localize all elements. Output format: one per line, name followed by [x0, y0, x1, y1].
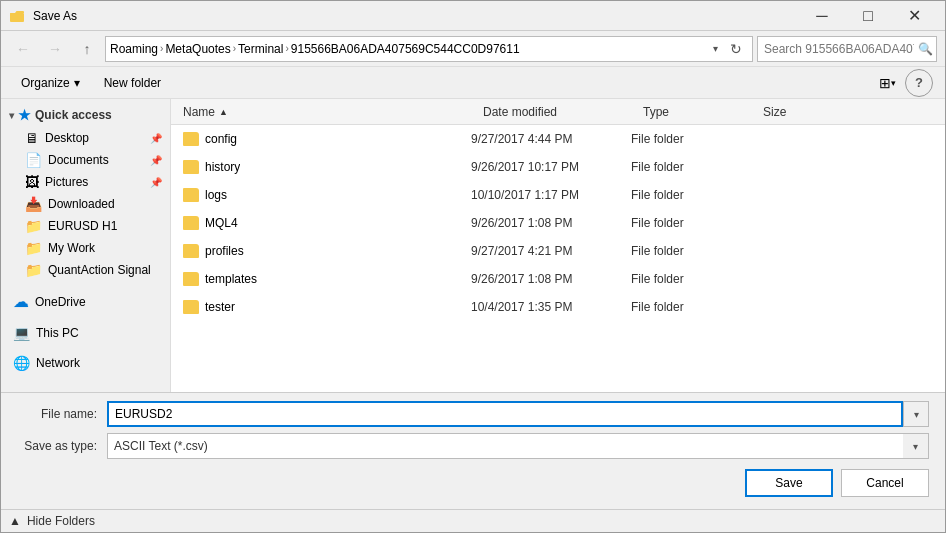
thispc-label: This PC — [36, 326, 162, 340]
path-terminal[interactable]: Terminal — [238, 42, 283, 56]
minimize-button[interactable]: ─ — [799, 1, 845, 31]
col-size-header[interactable]: Size — [759, 105, 839, 119]
search-input[interactable] — [764, 42, 914, 56]
sidebar-item-mywork[interactable]: 📁 My Work — [1, 237, 170, 259]
saveas-select[interactable]: ASCII Text (*.csv) — [107, 433, 929, 459]
path-id[interactable]: 915566BA06ADA407569C544CC0D97611 — [291, 42, 520, 56]
search-icon: 🔍 — [918, 42, 933, 56]
folder-icon — [183, 160, 199, 174]
table-row[interactable]: MQL4 9/26/2017 1:08 PM File folder — [171, 209, 945, 237]
sidebar-divider-2 — [1, 314, 170, 322]
file-list-header: Name ▲ Date modified Type Size — [171, 99, 945, 125]
view-toggle-button[interactable]: ⊞ ▾ — [873, 71, 901, 95]
sidebar-item-pictures[interactable]: 🖼 Pictures 📌 — [1, 171, 170, 193]
window-icon — [9, 8, 25, 24]
action-toolbar: Organize ▾ New folder ⊞ ▾ ? — [1, 67, 945, 99]
search-bar: 🔍 — [757, 36, 937, 62]
sidebar-item-eurusd[interactable]: 📁 EURUSD H1 — [1, 215, 170, 237]
maximize-button[interactable]: □ — [845, 1, 891, 31]
downloaded-icon: 📥 — [25, 196, 42, 212]
filename-dropdown-button[interactable]: ▾ — [903, 401, 929, 427]
col-type-header[interactable]: Type — [639, 105, 759, 119]
file-type-cell: File folder — [631, 216, 751, 230]
folder-icon — [183, 132, 199, 146]
file-list: config 9/27/2017 4:44 PM File folder his… — [171, 125, 945, 392]
eurusd-icon: 📁 — [25, 218, 42, 234]
file-name-cell: history — [183, 160, 471, 174]
file-name-cell: logs — [183, 188, 471, 202]
table-row[interactable]: tester 10/4/2017 1:35 PM File folder — [171, 293, 945, 321]
col-name-header[interactable]: Name ▲ — [179, 105, 479, 119]
svg-rect-0 — [10, 13, 24, 22]
network-label: Network — [36, 356, 162, 370]
table-row[interactable]: history 9/26/2017 10:17 PM File folder — [171, 153, 945, 181]
file-name-cell: templates — [183, 272, 471, 286]
desktop-icon: 🖥 — [25, 130, 39, 146]
close-button[interactable]: ✕ — [891, 1, 937, 31]
filename-row: File name: ▾ — [17, 401, 929, 427]
file-pane: Name ▲ Date modified Type Size config — [171, 99, 945, 392]
address-path: Roaming › MetaQuotes › Terminal › 915566… — [110, 42, 707, 56]
file-date-cell: 9/26/2017 1:08 PM — [471, 272, 631, 286]
hide-folders-bar[interactable]: ▲ Hide Folders — [1, 509, 945, 532]
sidebar-item-desktop[interactable]: 🖥 Desktop 📌 — [1, 127, 170, 149]
pictures-label: Pictures — [45, 175, 144, 189]
sidebar-item-onedrive[interactable]: ☁ OneDrive — [1, 289, 170, 314]
sidebar-item-downloaded[interactable]: 📥 Downloaded — [1, 193, 170, 215]
file-name-text: MQL4 — [205, 216, 238, 230]
folder-icon — [183, 244, 199, 258]
table-row[interactable]: templates 9/26/2017 1:08 PM File folder — [171, 265, 945, 293]
up-button[interactable]: ↑ — [73, 35, 101, 63]
file-name-cell: config — [183, 132, 471, 146]
sidebar-item-quantaction[interactable]: 📁 QuantAction Signal — [1, 259, 170, 281]
bottom-actions: Save Cancel — [17, 465, 929, 501]
main-content: ▾ ★ Quick access 🖥 Desktop 📌 📄 Documents… — [1, 99, 945, 392]
eurusd-label: EURUSD H1 — [48, 219, 162, 233]
documents-label: Documents — [48, 153, 144, 167]
address-dropdown-button[interactable]: ▾ — [711, 43, 720, 54]
filename-input[interactable] — [107, 401, 903, 427]
pictures-pin-icon: 📌 — [150, 177, 162, 188]
organize-button[interactable]: Organize ▾ — [13, 71, 88, 95]
sidebar-item-thispc[interactable]: 💻 This PC — [1, 322, 170, 344]
filename-label: File name: — [17, 407, 107, 421]
file-name-text: logs — [205, 188, 227, 202]
view-icon: ⊞ — [879, 75, 891, 91]
sidebar-item-documents[interactable]: 📄 Documents 📌 — [1, 149, 170, 171]
thispc-icon: 💻 — [13, 325, 30, 341]
save-button[interactable]: Save — [745, 469, 833, 497]
path-roaming[interactable]: Roaming — [110, 42, 158, 56]
refresh-button[interactable]: ↻ — [724, 37, 748, 61]
file-name-cell: MQL4 — [183, 216, 471, 230]
path-metaquotes[interactable]: MetaQuotes — [165, 42, 230, 56]
saveas-row: Save as type: ASCII Text (*.csv) ▾ — [17, 433, 929, 459]
file-type-cell: File folder — [631, 132, 751, 146]
file-name-text: config — [205, 132, 237, 146]
table-row[interactable]: config 9/27/2017 4:44 PM File folder — [171, 125, 945, 153]
file-type-cell: File folder — [631, 188, 751, 202]
file-date-cell: 9/27/2017 4:44 PM — [471, 132, 631, 146]
col-date-header[interactable]: Date modified — [479, 105, 639, 119]
cancel-button[interactable]: Cancel — [841, 469, 929, 497]
quantaction-icon: 📁 — [25, 262, 42, 278]
address-bar[interactable]: Roaming › MetaQuotes › Terminal › 915566… — [105, 36, 753, 62]
help-button[interactable]: ? — [905, 69, 933, 97]
forward-button[interactable]: → — [41, 35, 69, 63]
saveas-label: Save as type: — [17, 439, 107, 453]
file-date-cell: 10/10/2017 1:17 PM — [471, 188, 631, 202]
network-icon: 🌐 — [13, 355, 30, 371]
new-folder-button[interactable]: New folder — [96, 71, 169, 95]
quick-access-chevron: ▾ — [9, 110, 14, 121]
table-row[interactable]: logs 10/10/2017 1:17 PM File folder — [171, 181, 945, 209]
onedrive-icon: ☁ — [13, 292, 29, 311]
navigation-toolbar: ← → ↑ Roaming › MetaQuotes › Terminal › … — [1, 31, 945, 67]
table-row[interactable]: profiles 9/27/2017 4:21 PM File folder — [171, 237, 945, 265]
folder-icon — [183, 216, 199, 230]
quick-access-star-icon: ★ — [18, 107, 31, 123]
hide-folders-label: Hide Folders — [27, 514, 95, 528]
file-name-text: templates — [205, 272, 257, 286]
sidebar-item-network[interactable]: 🌐 Network — [1, 352, 170, 374]
quick-access-header[interactable]: ▾ ★ Quick access — [1, 103, 170, 127]
sidebar-divider-3 — [1, 344, 170, 352]
back-button[interactable]: ← — [9, 35, 37, 63]
